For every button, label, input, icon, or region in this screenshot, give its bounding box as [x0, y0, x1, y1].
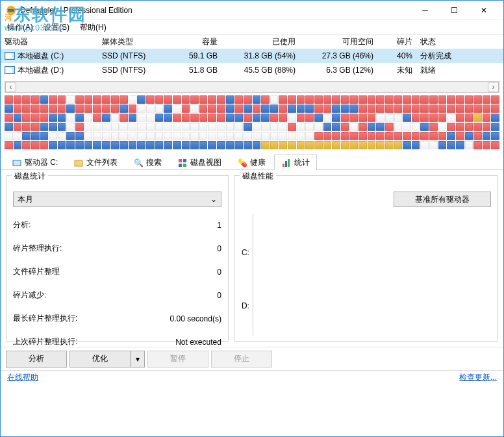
disk-block[interactable] — [420, 114, 429, 122]
disk-block[interactable] — [483, 141, 491, 149]
disk-block[interactable] — [173, 105, 181, 113]
disk-block[interactable] — [14, 123, 22, 131]
drive-row-c[interactable]: 本地磁盘 (C:) SSD (NTFS) 59.1 GB 31.8 GB (54… — [1, 49, 503, 63]
tab-health[interactable]: 💊健康 — [230, 155, 273, 170]
disk-block[interactable] — [226, 105, 234, 113]
disk-block[interactable] — [385, 114, 394, 122]
disk-block[interactable] — [341, 141, 349, 149]
disk-block[interactable] — [31, 95, 40, 104]
disk-block[interactable] — [465, 132, 473, 140]
disk-block[interactable] — [341, 114, 349, 122]
disk-map[interactable] — [5, 95, 499, 149]
disk-block[interactable] — [473, 114, 482, 122]
disk-block[interactable] — [120, 123, 128, 131]
disk-block[interactable] — [376, 132, 384, 140]
disk-block[interactable] — [270, 105, 279, 113]
disk-block[interactable] — [368, 105, 376, 113]
disk-block[interactable] — [234, 132, 243, 140]
disk-block[interactable] — [349, 123, 358, 131]
disk-block[interactable] — [279, 95, 287, 104]
disk-block[interactable] — [146, 95, 155, 104]
disk-block[interactable] — [323, 95, 332, 104]
disk-block[interactable] — [58, 123, 66, 131]
disk-block[interactable] — [483, 105, 491, 113]
disk-block[interactable] — [66, 105, 75, 113]
disk-block[interactable] — [297, 123, 305, 131]
disk-block[interactable] — [288, 141, 296, 149]
disk-block[interactable] — [349, 114, 358, 122]
disk-block[interactable] — [403, 95, 411, 104]
disk-block[interactable] — [84, 123, 93, 131]
disk-block[interactable] — [155, 141, 164, 149]
disk-block[interactable] — [323, 132, 332, 140]
disk-block[interactable] — [49, 114, 57, 122]
tab-search[interactable]: 🔍搜索 — [126, 155, 169, 170]
disk-block[interactable] — [305, 114, 314, 122]
disk-block[interactable] — [217, 95, 225, 104]
disk-block[interactable] — [359, 114, 367, 122]
disk-block[interactable] — [341, 132, 349, 140]
disk-block[interactable] — [483, 132, 491, 140]
disk-block[interactable] — [234, 141, 243, 149]
disk-block[interactable] — [279, 132, 287, 140]
disk-block[interactable] — [491, 95, 499, 104]
disk-block[interactable] — [341, 95, 349, 104]
disk-block[interactable] — [376, 105, 384, 113]
disk-block[interactable] — [465, 114, 473, 122]
disk-block[interactable] — [199, 114, 208, 122]
disk-block[interactable] — [155, 114, 164, 122]
disk-block[interactable] — [279, 105, 287, 113]
disk-block[interactable] — [22, 141, 31, 149]
disk-block[interactable] — [473, 95, 482, 104]
disk-block[interactable] — [314, 123, 323, 131]
disk-block[interactable] — [129, 141, 137, 149]
disk-block[interactable] — [111, 132, 120, 140]
drive-row-d[interactable]: 本地磁盘 (D:) SSD (NTFS) 51.8 GB 45.5 GB (88… — [1, 63, 503, 77]
disk-block[interactable] — [314, 95, 323, 104]
disk-block[interactable] — [111, 95, 120, 104]
disk-block[interactable] — [173, 95, 181, 104]
disk-block[interactable] — [66, 123, 75, 131]
disk-block[interactable] — [226, 141, 234, 149]
disk-block[interactable] — [208, 95, 216, 104]
disk-block[interactable] — [102, 95, 110, 104]
disk-block[interactable] — [120, 132, 128, 140]
disk-block[interactable] — [473, 123, 482, 131]
disk-block[interactable] — [403, 114, 411, 122]
disk-block[interactable] — [447, 105, 455, 113]
disk-block[interactable] — [279, 141, 287, 149]
scroll-right-icon[interactable]: › — [488, 82, 499, 92]
disk-block[interactable] — [102, 123, 110, 131]
col-used[interactable]: 已使用 — [225, 36, 303, 47]
disk-block[interactable] — [14, 105, 22, 113]
disk-block[interactable] — [49, 141, 57, 149]
disk-block[interactable] — [288, 114, 296, 122]
disk-block[interactable] — [349, 105, 358, 113]
disk-block[interactable] — [93, 95, 101, 104]
disk-block[interactable] — [84, 105, 93, 113]
disk-block[interactable] — [137, 105, 145, 113]
disk-block[interactable] — [491, 132, 499, 140]
minimize-button[interactable]: ─ — [410, 1, 440, 19]
disk-block[interactable] — [412, 123, 420, 131]
disk-block[interactable] — [261, 141, 270, 149]
disk-block[interactable] — [368, 141, 376, 149]
disk-block[interactable] — [253, 123, 261, 131]
disk-block[interactable] — [75, 123, 84, 131]
disk-block[interactable] — [199, 141, 208, 149]
disk-block[interactable] — [217, 132, 225, 140]
disk-block[interactable] — [84, 114, 93, 122]
disk-block[interactable] — [190, 123, 199, 131]
disk-block[interactable] — [288, 123, 296, 131]
disk-block[interactable] — [279, 123, 287, 131]
disk-block[interactable] — [429, 114, 438, 122]
disk-block[interactable] — [40, 132, 49, 140]
disk-block[interactable] — [49, 132, 57, 140]
disk-block[interactable] — [84, 132, 93, 140]
disk-block[interactable] — [217, 105, 225, 113]
disk-block[interactable] — [332, 95, 340, 104]
disk-block[interactable] — [58, 132, 66, 140]
disk-block[interactable] — [31, 141, 40, 149]
disk-block[interactable] — [385, 132, 394, 140]
disk-block[interactable] — [394, 123, 403, 131]
